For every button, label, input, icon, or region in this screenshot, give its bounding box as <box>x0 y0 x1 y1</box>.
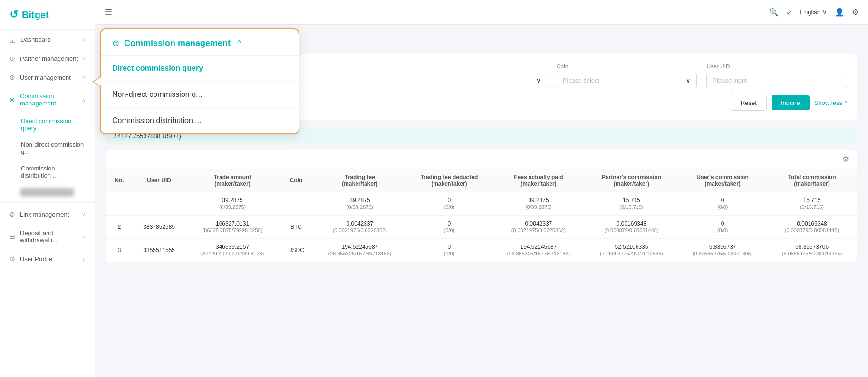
user-uid-label: User UID <box>706 63 847 70</box>
popup-header: ⊜ Commission management ^ <box>101 29 299 56</box>
sidebar-sub-blurred: ████████████ <box>0 184 95 200</box>
sidebar-label-partner: Partner management <box>20 55 78 62</box>
expand-icon[interactable]: ⤢ <box>786 8 792 17</box>
user-avatar[interactable]: 👤 <box>835 8 844 17</box>
logo-text: Bitget <box>22 9 49 20</box>
table-cell-r0-c4: 39.2875(0/39.2875) <box>313 192 406 216</box>
table-cell-r0-c6: 39.2875(0/39.2875) <box>492 192 585 216</box>
commission-icon: ⊜ <box>10 96 15 104</box>
show-less-chevron: ^ <box>844 99 847 106</box>
user-icon: ⊛ <box>10 74 15 81</box>
search-icon[interactable]: 🔍 <box>769 8 779 17</box>
table-cell-r0-c1 <box>132 192 186 216</box>
coin-select[interactable]: Please select ∨ <box>557 73 697 88</box>
popup-item-direct[interactable]: Direct commission query <box>101 56 299 82</box>
chevron-icon-3: ∨ <box>82 75 85 80</box>
sidebar-item-deposit-withdrawal[interactable]: ⊟ Deposit and withdrawal i... ∨ <box>0 224 95 249</box>
col-fees-paid: Fees actually paid(maker/taker) <box>492 169 585 192</box>
popup-header-icon: ⊜ <box>112 38 119 48</box>
table-row: 33355511555346639.2157(67149.4029/279489… <box>106 239 857 262</box>
coin-label: Coin <box>557 63 697 70</box>
sidebar-sub-direct-commission[interactable]: Direct commission query <box>0 113 95 136</box>
trading-pair-select[interactable]: ∨ <box>266 73 547 88</box>
user-uid-input[interactable] <box>706 73 847 88</box>
table-cell-r1-c1: 3837852585 <box>132 216 186 239</box>
sidebar-item-user-profile[interactable]: ⊕ User Profile ∨ <box>0 249 95 268</box>
show-less-label: Show less <box>814 99 842 106</box>
logo-icon: ↺ <box>10 9 18 21</box>
hamburger-icon[interactable]: ☰ <box>105 7 112 18</box>
col-trade-amount: Trade amount(maker/taker) <box>186 169 279 192</box>
inquire-button[interactable]: Inquire <box>772 95 810 110</box>
table-row: 39.2875(0/39.2875)39.2875(0/39.2875)0(0/… <box>106 192 857 216</box>
table-cell-r2-c0: 3 <box>106 239 132 262</box>
table-row: 23837852585166327.0131(86328.7875/79998.… <box>106 216 857 239</box>
chevron-icon: ∨ <box>82 37 85 42</box>
chevron-select-2: ∨ <box>536 77 541 84</box>
col-partner-commission: Partner's commission(maker/taker) <box>585 169 678 192</box>
table-cell-r2-c1: 3355511555 <box>132 239 186 262</box>
col-no: No. <box>106 169 132 192</box>
topbar-settings-icon[interactable]: ⚙ <box>852 8 858 17</box>
col-coin: Coin <box>279 169 313 192</box>
popup-item-non-direct[interactable]: Non-direct commission q... <box>101 82 299 108</box>
chevron-icon-5: ∨ <box>82 212 85 217</box>
language-label: English <box>800 9 820 16</box>
table-cell-r1-c7: 0.00169348(0.000879/0.00081448) <box>585 216 678 239</box>
table-cell-r0-c7: 15.715(0/15.715) <box>585 192 678 216</box>
table-cell-r1-c2: 166327.0131(86328.7875/79998.2256) <box>186 216 279 239</box>
sidebar-item-user-management[interactable]: ⊛ User management ∨ <box>0 68 95 87</box>
table-cell-r2-c3: USDC <box>279 239 313 262</box>
deposit-icon: ⊟ <box>10 233 15 240</box>
sidebar-item-dashboard[interactable]: ◱ Dashboard ∨ <box>0 30 95 49</box>
table-cell-r2-c7: 52.52106335(7.25093775/45.27012566) <box>585 239 678 262</box>
sidebar-divider <box>0 202 95 203</box>
popup-chevron: ^ <box>237 38 241 48</box>
filter-group-trading-pair: Trading pair ∨ <box>266 63 547 88</box>
table-card: ⚙ No. User UID Trade amount(maker/taker)… <box>106 150 857 262</box>
sidebar-item-link-management[interactable]: ⊘ Link management ∨ <box>0 205 95 224</box>
partner-icon: ⊙ <box>10 55 15 62</box>
table-cell-r2-c8: 5.8356737(0.80565975/5.03001395) <box>678 239 767 262</box>
topbar: ☰ 🔍 ⤢ English ∨ 👤 ⚙ <box>95 0 868 25</box>
table-cell-r1-c6: 0.0042337(0.0021975/0.0020362) <box>492 216 585 239</box>
chevron-icon-4: ∧ <box>82 97 85 103</box>
col-fee-deducted: Trading fee deducted(maker/taker) <box>406 169 492 192</box>
table-cell-r0-c2: 39.2875(0/39.2875) <box>186 192 279 216</box>
table-settings-icon[interactable]: ⚙ <box>842 155 849 164</box>
profile-icon: ⊕ <box>10 255 15 263</box>
table-cell-r0-c9: 15.715(0/15.715) <box>767 192 857 216</box>
table-cell-r1-c3: BTC <box>279 216 313 239</box>
chevron-icon-2: ∨ <box>82 56 85 61</box>
chevron-select-3: ∨ <box>686 77 691 84</box>
sidebar-label-commission: Commission management <box>20 93 82 107</box>
sidebar-sub-commission-distribution[interactable]: Commission distribution ... <box>0 160 95 184</box>
data-table: No. User UID Trade amount(maker/taker) C… <box>106 169 857 262</box>
reset-button[interactable]: Reset <box>731 95 767 111</box>
filter-group-coin: Coin Please select ∨ <box>557 63 697 88</box>
language-chevron: ∨ <box>822 9 827 16</box>
table-toolbar: ⚙ <box>106 150 857 169</box>
col-uid: User UID <box>132 169 186 192</box>
table-cell-r2-c6: 194.52245687(26.855325/167.66713186) <box>492 239 585 262</box>
table-cell-r1-c4: 0.0042337(0.0021975/0.0020362) <box>313 216 406 239</box>
sidebar-sub-non-direct-commission[interactable]: Non-direct commission q... <box>0 136 95 160</box>
popup-item-distribution[interactable]: Commission distribution ... <box>101 108 299 133</box>
table-cell-r0-c5: 0(0/0) <box>406 192 492 216</box>
logo: ↺ Bitget <box>0 0 95 30</box>
popup-overlay: ⊜ Commission management ^ Direct commiss… <box>100 28 299 134</box>
sidebar-label-user: User management <box>20 74 71 81</box>
sidebar-item-partner-management[interactable]: ⊙ Partner management ∨ <box>0 49 95 68</box>
col-user-commission: User's commission(maker/taker) <box>678 169 767 192</box>
table-cell-r1-c0: 2 <box>106 216 132 239</box>
filter-group-user-uid: User UID <box>706 63 847 88</box>
sidebar-item-commission-management[interactable]: ⊜ Commission management ∧ <box>0 87 95 113</box>
link-icon: ⊘ <box>10 210 15 218</box>
col-total-commission: Total commission(maker/taker) <box>767 169 857 192</box>
popup-card: ⊜ Commission management ^ Direct commiss… <box>100 28 299 134</box>
chevron-icon-6: ∨ <box>82 234 85 239</box>
sidebar-label-dashboard: Dashboard <box>20 36 51 43</box>
language-selector[interactable]: English ∨ <box>800 9 827 16</box>
table-cell-r1-c9: 0.00169348(0.000879/0.00081448) <box>767 216 857 239</box>
show-less-button[interactable]: Show less ^ <box>814 99 847 106</box>
